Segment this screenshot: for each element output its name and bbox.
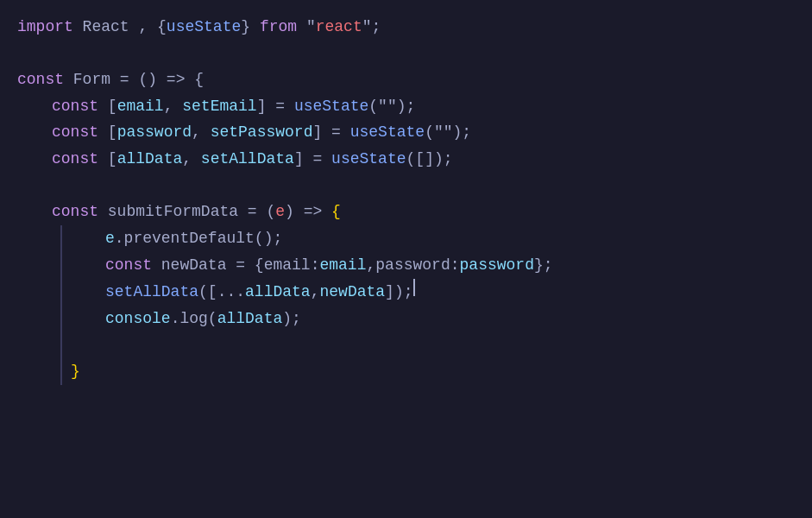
code-line-1: import React , {useState} from "react"; — [0, 14, 812, 41]
code-line-4: const [email, setEmail] = useState(""); — [0, 93, 812, 120]
code-line-9: e.preventDefault(); — [60, 225, 812, 252]
code-line-empty-3 — [60, 332, 812, 358]
code-line-10: const newData = {email:email,password:pa… — [60, 252, 812, 279]
code-line-12: console.log(allData); — [60, 306, 812, 332]
text-cursor — [413, 279, 415, 296]
code-line-3: const Form = () => { — [0, 66, 812, 93]
code-line-8: const submitFormData = (e) => { — [0, 199, 812, 225]
code-line-11: setAllData([...allData,newData]); — [60, 278, 812, 306]
code-line-empty-1 — [0, 41, 812, 66]
code-editor[interactable]: import React , {useState} from "react"; … — [0, 0, 812, 518]
code-line-6: const [allData, setAllData] = useState([… — [0, 146, 812, 173]
code-line-14: } — [60, 358, 812, 385]
code-line-empty-4 — [0, 385, 812, 411]
code-line-empty-2 — [0, 173, 812, 199]
code-line-5: const [password, setPassword] = useState… — [0, 119, 812, 146]
